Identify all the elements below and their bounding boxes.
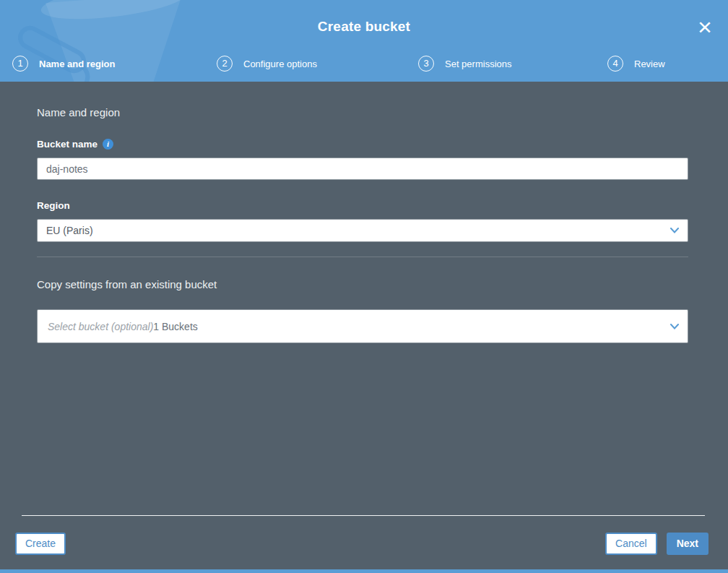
step-label: Set permissions: [445, 59, 511, 69]
bucket-name-label: Bucket name: [37, 139, 98, 150]
bucket-name-input[interactable]: [37, 158, 688, 180]
footer-divider: [22, 515, 705, 516]
section-heading: Name and region: [37, 106, 688, 119]
chevron-down-icon: [670, 228, 679, 233]
footer-actions: Cancel Next: [605, 533, 708, 555]
modal-body: Name and region Bucket name i Region EU …: [0, 82, 728, 343]
info-icon[interactable]: i: [103, 139, 113, 150]
step-configure-options[interactable]: 2 Configure options: [217, 56, 317, 72]
section-divider: [37, 257, 688, 257]
step-number: 1: [12, 56, 28, 72]
region-label: Region: [37, 200, 688, 211]
next-button[interactable]: Next: [667, 533, 708, 555]
bucket-select-placeholder: Select bucket (optional): [48, 321, 153, 332]
step-name-and-region[interactable]: 1 Name and region: [12, 56, 115, 72]
step-set-permissions[interactable]: 3 Set permissions: [418, 56, 511, 72]
step-label: Name and region: [39, 59, 115, 69]
step-number: 4: [607, 56, 623, 72]
region-selected-value: EU (Paris): [46, 225, 93, 236]
copy-settings-bucket-select[interactable]: Select bucket (optional)1 Buckets: [37, 309, 688, 343]
copy-settings-heading: Copy settings from an existing bucket: [37, 278, 688, 290]
bucket-name-label-row: Bucket name i: [37, 139, 688, 150]
page-background-strip: [0, 569, 728, 573]
step-number: 2: [217, 56, 233, 72]
step-label: Configure options: [243, 59, 317, 69]
region-select[interactable]: EU (Paris): [37, 219, 688, 242]
chevron-down-icon: [670, 324, 679, 329]
page-title: Create bucket: [0, 19, 728, 35]
close-icon[interactable]: ×: [692, 12, 718, 41]
wizard-steps: 1 Name and region 2 Configure options 3 …: [0, 56, 728, 74]
create-button[interactable]: Create: [15, 533, 66, 555]
bucket-count: 1 Buckets: [153, 321, 197, 332]
step-label: Review: [634, 59, 665, 69]
modal-header: Create bucket × 1 Name and region 2 Conf…: [0, 0, 728, 82]
step-number: 3: [418, 56, 434, 72]
cancel-button[interactable]: Cancel: [605, 533, 657, 555]
step-review[interactable]: 4 Review: [607, 56, 665, 72]
